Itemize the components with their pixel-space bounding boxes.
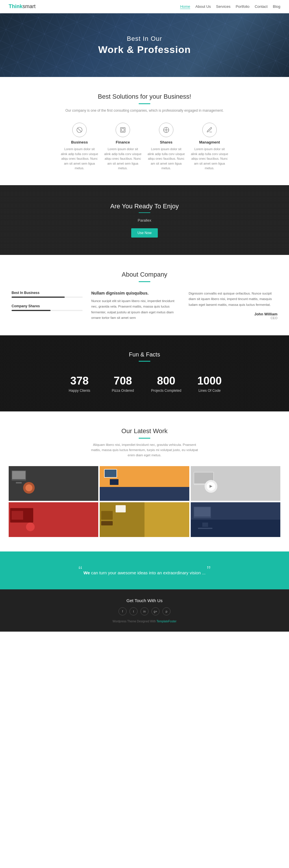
- work-item-4[interactable]: [9, 502, 98, 537]
- fact-label-2: Pizza Ordered: [104, 389, 142, 393]
- fact-label-3: Projects Completed: [147, 389, 185, 393]
- feature-shares-desc: Lorem ipsum dolor sit alink adip tulla c…: [147, 147, 185, 171]
- footer-credit: Wordpress Theme Designed With TemplateFo…: [6, 620, 283, 623]
- footer-title: Get Touch With Us: [6, 598, 283, 603]
- work-thumb-5-icon: [100, 502, 189, 537]
- feature-finance-name: Finance: [104, 140, 142, 144]
- shares-icon: [159, 123, 173, 137]
- svg-rect-41: [194, 507, 210, 517]
- svg-rect-6: [120, 128, 125, 132]
- work-grid: [9, 466, 280, 537]
- nav-item-portfolio[interactable]: Portfolio: [236, 4, 249, 9]
- nav-item-about[interactable]: About Us: [195, 4, 211, 9]
- footer-googleplus-icon[interactable]: g+: [151, 607, 159, 615]
- facts-divider: [139, 361, 150, 362]
- svg-line-5: [78, 128, 81, 132]
- solutions-title: Best Solutions for your Business!: [11, 93, 278, 100]
- hero-title: Work & Profession: [98, 44, 191, 55]
- feature-shares: Shares Lorem ipsum dolor sit alink adip …: [147, 123, 185, 171]
- about-author: John William: [189, 312, 278, 316]
- stat-bar-fill-1: [11, 297, 65, 298]
- solutions-subtitle: Our company is one of the first consulti…: [11, 108, 278, 113]
- feature-management-desc: Lorem ipsum dolor sit alink adip tulla c…: [191, 147, 228, 171]
- footer-credit-link[interactable]: TemplateFoster: [157, 620, 177, 623]
- solutions-divider: [139, 103, 150, 104]
- features-grid: Business Lorem ipsum dolor sit alink adi…: [11, 123, 278, 171]
- footer-twitter-icon[interactable]: t: [130, 607, 138, 615]
- svg-rect-14: [16, 482, 22, 484]
- svg-rect-36: [101, 511, 113, 520]
- nav-item-blog[interactable]: Blog: [273, 4, 280, 9]
- quote-open-icon: “: [78, 564, 82, 577]
- parallax-title: Are You Ready To Enjoy: [6, 203, 283, 210]
- stat-bar-bg-2: [11, 310, 83, 311]
- fact-label-4: Lines Of Code: [191, 389, 228, 393]
- footer-social-icons: f t in g+ p: [6, 607, 283, 615]
- hero-content: Best In Our Work & Profession: [98, 35, 191, 55]
- logo-think: Think: [9, 3, 23, 9]
- footer-facebook-icon[interactable]: f: [118, 607, 127, 615]
- fact-projects: 800 Projects Completed: [145, 372, 188, 396]
- svg-rect-13: [12, 471, 26, 479]
- about-right-text: Dignissim convallis est quisque onfacibu…: [189, 291, 278, 308]
- fact-number-1: 378: [61, 375, 98, 387]
- nav-item-services[interactable]: Services: [216, 4, 230, 9]
- svg-rect-43: [198, 528, 212, 529]
- about-grid: Best In Business Company Shares Nullam d…: [11, 291, 278, 321]
- use-now-button[interactable]: Use Now: [131, 228, 158, 238]
- about-center: Nullam dignissim quisquibus. Nunce sucip…: [91, 291, 180, 321]
- fact-number-3: 800: [147, 375, 185, 387]
- work-section: Our Latest Work Aliquam libero nisi, imp…: [0, 411, 289, 552]
- feature-business-desc: Lorem ipsum dolor sit alink adip tulla c…: [61, 147, 98, 171]
- about-center-title: Nullam dignissim quisquibus.: [91, 291, 180, 296]
- about-role: CEO: [189, 316, 278, 320]
- svg-rect-31: [11, 511, 23, 520]
- svg-rect-42: [202, 523, 208, 527]
- footer: Get Touch With Us f t in g+ p Wordpress …: [0, 589, 289, 631]
- navbar: Thinksmart Home About Us Services Portfo…: [0, 0, 289, 13]
- hero-section: Best In Our Work & Profession: [0, 13, 289, 77]
- work-item-5[interactable]: [100, 502, 189, 537]
- stat-label-1: Best In Business: [11, 291, 83, 295]
- stat-bar-fill-2: [11, 310, 50, 311]
- nav-item-home[interactable]: Home: [180, 4, 190, 9]
- work-thumb-6-icon: [191, 502, 280, 537]
- work-thumb-4-icon: [9, 502, 98, 537]
- work-subtitle: Aliquam libero nisi, imperdiet tincidunt…: [89, 442, 200, 458]
- svg-rect-7: [121, 128, 124, 131]
- svg-rect-37: [101, 521, 113, 525]
- work-title: Our Latest Work: [9, 427, 280, 435]
- feature-management-name: Managment: [191, 140, 228, 144]
- work-item-2[interactable]: [100, 466, 189, 501]
- feature-finance-desc: Lorem ipsum dolor sit alink adip tulla c…: [104, 147, 142, 171]
- finance-icon: [116, 123, 130, 137]
- fact-number-4: 1000: [191, 375, 228, 387]
- svg-point-16: [26, 484, 32, 491]
- quote-body: can turn your awesome ideas into an extr…: [90, 570, 206, 575]
- svg-rect-21: [105, 470, 116, 477]
- parallax-section: Are You Ready To Enjoy Parallex Use Now: [0, 185, 289, 255]
- logo-smart: smart: [23, 3, 36, 9]
- work-thumb-2-icon: [100, 466, 189, 501]
- nav-item-contact[interactable]: Contact: [255, 4, 267, 9]
- about-stats: Best In Business Company Shares: [11, 291, 83, 317]
- stat-label-2: Company Shares: [11, 304, 83, 308]
- about-title: About Company: [11, 271, 278, 278]
- business-icon: [72, 123, 87, 137]
- work-item-6[interactable]: [191, 502, 280, 537]
- parallax-divider: [139, 212, 150, 213]
- feature-business: Business Lorem ipsum dolor sit alink adi…: [61, 123, 98, 171]
- stat-company-shares: Company Shares: [11, 304, 83, 311]
- fact-label-1: Happy Clients: [61, 389, 98, 393]
- work-item-3[interactable]: [191, 466, 280, 501]
- work-thumb-1-icon: [9, 466, 98, 501]
- fact-happy-clients: 378 Happy Clients: [58, 372, 101, 396]
- work-thumb-3-icon: [191, 466, 280, 501]
- facts-section: Fun & Facts 378 Happy Clients 708 Pizza …: [0, 335, 289, 411]
- work-item-1[interactable]: [9, 466, 98, 501]
- svg-rect-22: [110, 479, 118, 485]
- fact-lines-of-code: 1000 Lines Of Code: [188, 372, 231, 396]
- feature-management: Managment Lorem ipsum dolor sit alink ad…: [191, 123, 228, 171]
- footer-linkedin-icon[interactable]: in: [140, 607, 149, 615]
- footer-pinterest-icon[interactable]: p: [162, 607, 171, 615]
